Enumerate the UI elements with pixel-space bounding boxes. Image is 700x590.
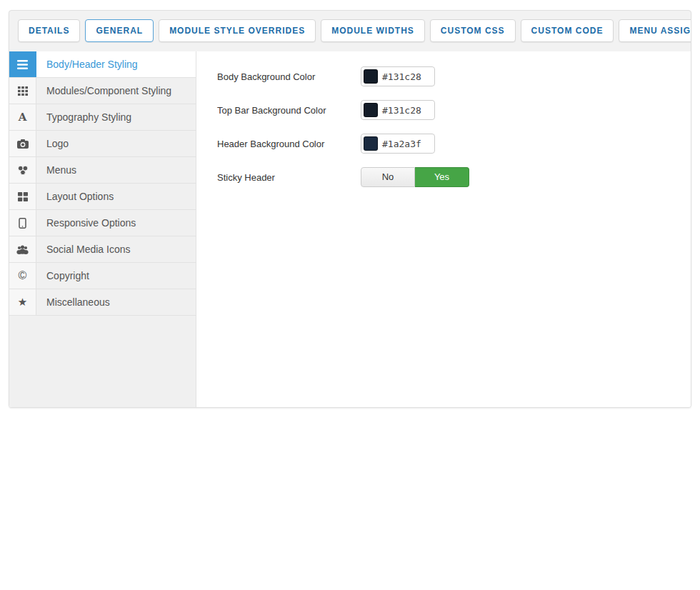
- field-label: Body Background Color: [217, 71, 361, 82]
- sidebar-item-responsive-options[interactable]: Responsive Options: [9, 210, 196, 236]
- header-background-color-input[interactable]: #1a2a3f: [361, 134, 435, 154]
- sidebar-item-menus[interactable]: Menus: [9, 157, 196, 184]
- color-swatch[interactable]: [364, 136, 378, 151]
- font-icon: A: [9, 104, 36, 130]
- mobile-icon: [9, 210, 36, 236]
- camera-icon: [9, 131, 36, 156]
- sidebar-item-layout-options[interactable]: Layout Options: [9, 184, 196, 210]
- color-hex-value: #1a2a3f: [382, 139, 421, 149]
- users-icon: [9, 236, 36, 262]
- top-bar-background-color-input[interactable]: #131c28: [361, 100, 435, 120]
- grid-icon: [9, 78, 36, 104]
- field-label: Top Bar Background Color: [217, 105, 361, 116]
- color-swatch[interactable]: [364, 69, 378, 84]
- field-label: Sticky Header: [217, 172, 361, 183]
- tab-module-widths[interactable]: MODULE WIDTHS: [321, 19, 425, 42]
- copyright-icon: ©: [9, 263, 36, 289]
- sidebar-item-miscellaneous[interactable]: ★ Miscellaneous: [9, 289, 196, 316]
- settings-sidebar: Body/Header Styling Modules/Component St…: [9, 51, 196, 407]
- layout-icon: [9, 184, 36, 209]
- sticky-header-toggle: No Yes: [361, 167, 469, 187]
- hamburger-icon: [9, 51, 36, 77]
- tab-menu-assignment[interactable]: MENU ASSIGNMENT: [619, 19, 691, 42]
- sidebar-item-label: Menus: [36, 157, 196, 183]
- tab-details[interactable]: DETAILS: [18, 19, 80, 42]
- tab-module-style-overrides[interactable]: MODULE STYLE OVERRIDES: [159, 19, 316, 42]
- color-swatch[interactable]: [364, 103, 378, 117]
- color-hex-value: #131c28: [382, 71, 421, 82]
- sidebar-item-typography-styling[interactable]: A Typography Styling: [9, 104, 196, 131]
- body-background-color-input[interactable]: #131c28: [361, 66, 435, 86]
- sidebar-item-label: Copyright: [36, 263, 196, 289]
- toggle-no-button[interactable]: No: [361, 167, 415, 187]
- tab-bar: DETAILS GENERAL MODULE STYLE OVERRIDES M…: [9, 11, 691, 51]
- form-row-header-background-color: Header Background Color #1a2a3f: [217, 134, 691, 154]
- form-row-body-background-color: Body Background Color #131c28: [217, 66, 691, 86]
- cluster-icon: [9, 157, 36, 183]
- sidebar-item-label: Responsive Options: [36, 210, 196, 236]
- sidebar-item-label: Modules/Component Styling: [36, 78, 196, 104]
- tab-custom-code[interactable]: CUSTOM CODE: [521, 19, 614, 42]
- form-row-top-bar-background-color: Top Bar Background Color #131c28: [217, 100, 691, 120]
- sidebar-item-modules-component-styling[interactable]: Modules/Component Styling: [9, 78, 196, 104]
- sidebar-item-copyright[interactable]: © Copyright: [9, 263, 196, 289]
- content-area: Body/Header Styling Modules/Component St…: [9, 51, 691, 407]
- form-row-sticky-header: Sticky Header No Yes: [217, 167, 691, 187]
- field-label: Header Background Color: [217, 139, 361, 149]
- settings-panel: DETAILS GENERAL MODULE STYLE OVERRIDES M…: [9, 10, 691, 408]
- color-hex-value: #131c28: [382, 105, 421, 116]
- sidebar-item-body-header-styling[interactable]: Body/Header Styling: [9, 51, 196, 78]
- sidebar-item-label: Social Media Icons: [36, 236, 196, 262]
- sidebar-item-logo[interactable]: Logo: [9, 131, 196, 157]
- sidebar-item-social-media-icons[interactable]: Social Media Icons: [9, 236, 196, 263]
- sidebar-item-label: Logo: [36, 131, 196, 156]
- sidebar-item-label: Miscellaneous: [36, 289, 196, 315]
- toggle-yes-button[interactable]: Yes: [415, 167, 469, 187]
- sidebar-item-label: Typography Styling: [36, 104, 196, 130]
- sidebar-item-label: Body/Header Styling: [36, 51, 196, 77]
- tab-custom-css[interactable]: CUSTOM CSS: [430, 19, 516, 42]
- tab-general[interactable]: GENERAL: [85, 19, 154, 42]
- star-icon: ★: [9, 289, 36, 315]
- general-settings-form: Body Background Color #131c28 Top Bar Ba…: [196, 51, 691, 407]
- sidebar-item-label: Layout Options: [36, 184, 196, 209]
